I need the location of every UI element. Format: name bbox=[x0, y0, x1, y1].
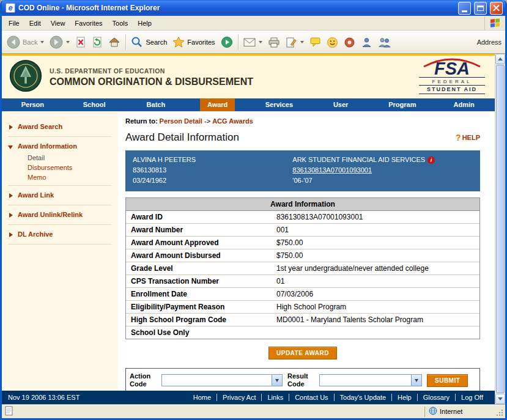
address-label: Address bbox=[477, 39, 503, 46]
chevron-down-icon bbox=[8, 146, 13, 149]
forward-dropdown-caret-icon[interactable] bbox=[66, 41, 70, 43]
menu-view[interactable]: View bbox=[46, 17, 70, 29]
mail-dropdown-caret-icon[interactable] bbox=[259, 41, 262, 43]
footer-link-help[interactable]: Help bbox=[391, 394, 417, 401]
refresh-button[interactable] bbox=[89, 34, 105, 50]
codes-panel: Action Code Result Code SUBMIT bbox=[125, 368, 480, 391]
sidebar-item-award-unlink-relink[interactable]: Award Unlink/Relink bbox=[2, 208, 118, 221]
messenger-smiley-icon bbox=[327, 37, 338, 48]
footer-link-log-off[interactable]: Log Off bbox=[455, 394, 489, 401]
edit-icon bbox=[286, 37, 297, 48]
menu-file[interactable]: File bbox=[4, 17, 24, 29]
print-button[interactable] bbox=[265, 35, 283, 50]
favorites-label: Favorites bbox=[187, 39, 215, 46]
menu-edit[interactable]: Edit bbox=[24, 17, 46, 29]
close-button[interactable] bbox=[490, 2, 503, 15]
footer-link-contact-us[interactable]: Contact Us bbox=[289, 394, 333, 401]
nav-services[interactable]: Services bbox=[248, 98, 310, 111]
back-button[interactable]: Back bbox=[4, 34, 46, 51]
table-row: High School Program Code MD0001 - Maryla… bbox=[126, 313, 479, 326]
breadcrumb: Return to: Person Detail -> ACG Awards bbox=[125, 117, 480, 125]
menu-tools[interactable]: Tools bbox=[108, 17, 133, 29]
resize-grip[interactable] bbox=[495, 407, 504, 417]
sidebar-item-award-information[interactable]: Award Information bbox=[2, 139, 118, 153]
media-button[interactable] bbox=[218, 34, 235, 50]
status-bar: Internet bbox=[2, 404, 505, 418]
result-code-select[interactable] bbox=[319, 374, 422, 386]
info-icon[interactable]: i bbox=[427, 157, 435, 164]
nav-award[interactable]: Award bbox=[187, 98, 248, 111]
fsa-logo: FSA FEDERAL STUDENT AID bbox=[419, 60, 485, 94]
menu-favorites[interactable]: Favorites bbox=[70, 17, 107, 29]
messenger-button[interactable] bbox=[324, 35, 341, 50]
sidebar-item-memo[interactable]: Memo bbox=[2, 172, 118, 182]
chevron-right-icon bbox=[9, 125, 13, 130]
favorites-button[interactable]: Favorites bbox=[170, 34, 217, 50]
award-id-link[interactable]: 836130813A07001093001 bbox=[292, 165, 372, 175]
forward-button[interactable] bbox=[47, 34, 72, 51]
sidebar-label: Award Unlink/Relink bbox=[18, 211, 83, 218]
scrollbar-thumb[interactable] bbox=[496, 65, 505, 393]
row-value: 836130813A07001093001 bbox=[272, 211, 479, 223]
back-dropdown-caret-icon[interactable] bbox=[40, 41, 44, 43]
nav-person[interactable]: Person bbox=[2, 98, 64, 111]
status-spacer bbox=[16, 407, 422, 417]
toolbar-separator bbox=[125, 34, 126, 50]
search-button[interactable]: Search bbox=[128, 34, 169, 50]
scroll-down-arrow[interactable] bbox=[495, 394, 505, 404]
help-link[interactable]: ? HELP bbox=[456, 133, 480, 142]
people-button[interactable] bbox=[376, 35, 394, 50]
sidebar-item-award-link[interactable]: Award Link bbox=[2, 188, 118, 202]
breadcrumb-person-detail-link[interactable]: Person Detail bbox=[160, 117, 202, 125]
vertical-scrollbar[interactable] bbox=[495, 54, 505, 404]
nav-batch[interactable]: Batch bbox=[125, 98, 187, 111]
menu-help[interactable]: Help bbox=[133, 17, 157, 29]
nav-admin[interactable]: Admin bbox=[433, 98, 495, 111]
scroll-up-arrow[interactable] bbox=[495, 54, 505, 64]
breadcrumb-acg-awards-link[interactable]: ACG Awards bbox=[212, 117, 253, 125]
row-label: Grade Level bbox=[126, 262, 272, 274]
school-name: ARK STUDENT FINANCIAL AID SERVICES bbox=[292, 155, 425, 165]
footer-link-todays-update[interactable]: Today's Update bbox=[334, 394, 391, 401]
maximize-button[interactable] bbox=[474, 2, 487, 15]
chevron-right-icon bbox=[9, 213, 13, 218]
chevron-down-icon[interactable] bbox=[411, 375, 421, 386]
sidebar-item-detail[interactable]: Detail bbox=[2, 153, 118, 163]
edit-dropdown-caret-icon[interactable] bbox=[300, 41, 304, 43]
person-button[interactable] bbox=[358, 35, 375, 50]
browser-toolbar: Back Searc bbox=[2, 31, 505, 54]
mail-button[interactable] bbox=[241, 36, 265, 49]
chevron-down-icon[interactable] bbox=[272, 375, 282, 386]
person-summary: ALVINA H PEETERS 836130813 03/24/1962 bbox=[133, 155, 292, 186]
sidebar-item-dl-archive[interactable]: DL Archive bbox=[2, 227, 118, 241]
zone-label: Internet bbox=[440, 408, 462, 415]
help-question-icon: ? bbox=[456, 133, 461, 142]
table-row: Eligibility/Payment Reason High School P… bbox=[126, 300, 479, 313]
sidebar-item-award-search[interactable]: Award Search bbox=[2, 120, 118, 133]
search-label: Search bbox=[146, 39, 167, 46]
web-page: U.S. DEPARTMENT OF EDUCATION COMMON ORIG… bbox=[2, 54, 495, 404]
sidebar-item-disbursements[interactable]: Disbursements bbox=[2, 163, 118, 172]
footer-timestamp: Nov 19 2006 13:06 EST bbox=[8, 394, 80, 401]
nav-user[interactable]: User bbox=[310, 98, 372, 111]
chevron-right-icon bbox=[9, 232, 13, 237]
discuss-button[interactable] bbox=[307, 35, 324, 50]
submit-button[interactable]: SUBMIT bbox=[427, 374, 468, 387]
nav-school[interactable]: School bbox=[64, 98, 125, 111]
action-code-select[interactable] bbox=[161, 374, 283, 386]
footer-link-privacy-act[interactable]: Privacy Act bbox=[216, 394, 261, 401]
footer-link-links[interactable]: Links bbox=[261, 394, 289, 401]
stop-button[interactable] bbox=[73, 34, 89, 50]
table-row: Award Amount Disbursed $750.00 bbox=[126, 249, 479, 262]
row-value: $750.00 bbox=[272, 249, 479, 262]
minimize-button[interactable] bbox=[458, 2, 471, 15]
refresh-icon bbox=[92, 36, 103, 48]
update-award-button[interactable]: UPDATE AWARD bbox=[268, 347, 337, 359]
edit-button[interactable] bbox=[283, 35, 306, 50]
footer-link-glossary[interactable]: Glossary bbox=[417, 394, 455, 401]
menu-bar: File Edit View Favorites Tools Help bbox=[2, 16, 505, 31]
home-button[interactable] bbox=[106, 34, 123, 50]
chat-button[interactable] bbox=[341, 35, 358, 50]
nav-program[interactable]: Program bbox=[372, 98, 434, 111]
footer-link-home[interactable]: Home bbox=[188, 394, 216, 401]
